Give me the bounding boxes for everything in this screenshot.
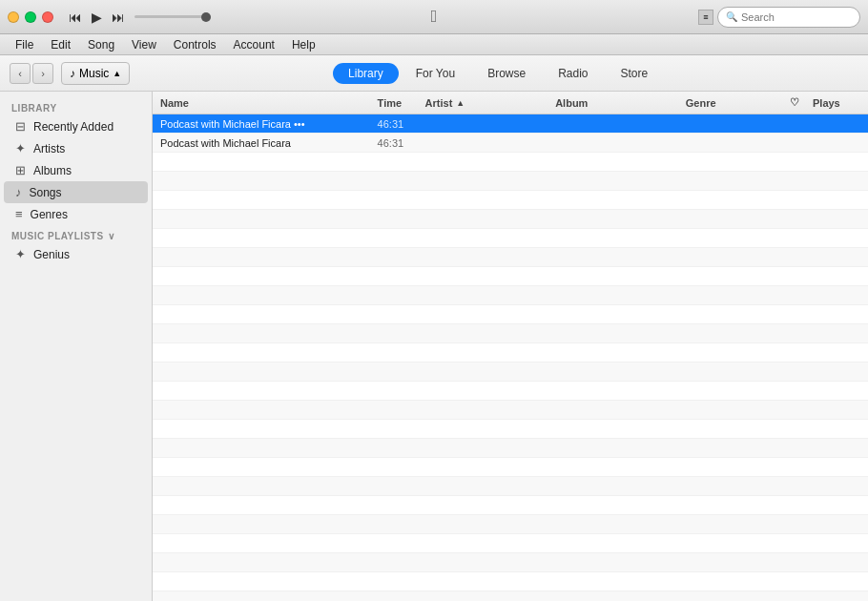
tab-radio[interactable]: Radio [543, 63, 603, 84]
menu-view[interactable]: View [124, 36, 164, 53]
sidebar-item-songs[interactable]: ♪ Songs [4, 181, 148, 203]
sidebar-item-albums[interactable]: ⊞ Albums [4, 159, 148, 181]
nav-tabs: Library For You Browse Radio Store [333, 63, 663, 84]
empty-row [153, 515, 868, 534]
main-area: Library ⊟ Recently Added ✦ Artists ⊞ Alb… [0, 92, 868, 601]
tab-store[interactable]: Store [606, 63, 664, 84]
library-label: Library [0, 99, 152, 115]
sidebar-item-genres[interactable]: ≡ Genres [4, 203, 148, 225]
tab-library[interactable]: Library [333, 63, 399, 84]
table-row[interactable]: Podcast with Michael Ficara 46:31 [153, 134, 868, 153]
table-rows: Podcast with Michael Ficara ••• 46:31 Po… [153, 114, 868, 601]
col-header-name[interactable]: Name [160, 97, 378, 109]
empty-row [153, 572, 868, 591]
forward-button[interactable]: › [32, 63, 53, 84]
menu-song[interactable]: Song [80, 36, 122, 53]
artists-label: Artists [33, 142, 65, 155]
nav-bar: ‹ › ♪ Music ▲ Library For You Browse Rad… [0, 55, 868, 92]
sort-arrow-icon: ▲ [456, 98, 465, 108]
col-header-genre[interactable]: Genre [686, 97, 790, 109]
restore-button[interactable] [25, 11, 36, 23]
empty-row [153, 382, 868, 401]
empty-row [153, 477, 868, 496]
col-header-plays[interactable]: Plays [813, 97, 860, 109]
menu-edit[interactable]: Edit [43, 36, 78, 53]
empty-row [153, 534, 868, 553]
back-button[interactable]: ‹ [10, 63, 31, 84]
songs-icon: ♪ [15, 185, 22, 199]
empty-row [153, 363, 868, 382]
empty-row [153, 153, 868, 172]
sidebar: Library ⊟ Recently Added ✦ Artists ⊞ Alb… [0, 92, 153, 601]
menu-account[interactable]: Account [226, 36, 282, 53]
menu-file[interactable]: File [8, 36, 41, 53]
empty-row [153, 305, 868, 324]
playlists-chevron-icon: ∨ [108, 231, 115, 241]
song-time: 46:31 [378, 118, 425, 130]
rewind-button[interactable]: ⏮ [69, 10, 82, 25]
music-label: Music [79, 67, 109, 80]
empty-row [153, 172, 868, 191]
albums-icon: ⊞ [15, 163, 26, 177]
genres-icon: ≡ [15, 207, 23, 221]
search-icon: 🔍 [726, 11, 737, 22]
music-playlists-header[interactable]: Music Playlists ∨ [0, 225, 152, 243]
playback-controls: ⏮ ▶ ⏭ [69, 10, 230, 25]
recently-added-label: Recently Added [33, 120, 114, 134]
menu-bar: File Edit Song View Controls Account Hel… [0, 34, 868, 55]
menu-help[interactable]: Help [284, 36, 323, 53]
title-bar: ⏮ ▶ ⏭  ≡ 🔍 [0, 0, 868, 34]
empty-row [153, 420, 868, 439]
col-header-heart: ♡ [790, 96, 813, 109]
menu-toggle-button[interactable]: ≡ [698, 10, 713, 25]
window-controls [8, 11, 53, 23]
sidebar-item-genius[interactable]: ✦ Genius [4, 243, 148, 265]
fastforward-button[interactable]: ⏭ [112, 10, 125, 25]
playlists-label: Music Playlists [11, 231, 104, 241]
minimize-button[interactable] [8, 11, 19, 23]
content-area: Name Time Artist ▲ Album Genre ♡ Plays [153, 92, 868, 601]
empty-row [153, 286, 868, 305]
dropdown-arrow-icon: ▲ [113, 69, 121, 78]
progress-bar[interactable] [134, 15, 230, 18]
empty-row [153, 229, 868, 248]
artists-icon: ✦ [15, 141, 26, 155]
empty-row [153, 439, 868, 458]
sidebar-item-artists[interactable]: ✦ Artists [4, 137, 148, 159]
tab-foryou[interactable]: For You [401, 63, 470, 84]
col-header-time[interactable]: Time [378, 97, 425, 109]
sidebar-item-recently-added[interactable]: ⊟ Recently Added [4, 115, 148, 137]
empty-row [153, 191, 868, 210]
music-dropdown[interactable]: ♪ Music ▲ [61, 62, 130, 85]
search-input[interactable] [741, 11, 846, 23]
song-name: Podcast with Michael Ficara [160, 137, 378, 149]
empty-row [153, 248, 868, 267]
tab-browse[interactable]: Browse [472, 63, 541, 84]
genius-icon: ✦ [15, 247, 26, 261]
search-box[interactable]: 🔍 [717, 7, 860, 28]
song-time: 46:31 [378, 137, 425, 149]
empty-row [153, 401, 868, 420]
table-header: Name Time Artist ▲ Album Genre ♡ Plays [153, 92, 868, 114]
close-button[interactable] [42, 11, 53, 23]
table-row[interactable]: Podcast with Michael Ficara ••• 46:31 [153, 114, 868, 134]
empty-row [153, 343, 868, 363]
empty-row [153, 496, 868, 515]
empty-row [153, 324, 868, 343]
genres-label: Genres [31, 208, 68, 221]
empty-row [153, 210, 868, 229]
empty-row [153, 267, 868, 286]
music-note-icon: ♪ [70, 67, 75, 80]
empty-row [153, 458, 868, 477]
genius-label: Genius [33, 248, 70, 261]
empty-row [153, 591, 868, 601]
albums-label: Albums [33, 164, 72, 177]
recently-added-icon: ⊟ [15, 119, 26, 134]
window-extra-buttons: ≡ 🔍 [698, 7, 860, 28]
menu-controls[interactable]: Controls [166, 36, 224, 53]
col-header-artist[interactable]: Artist ▲ [425, 97, 556, 109]
song-name: Podcast with Michael Ficara ••• [160, 118, 378, 130]
col-header-album[interactable]: Album [555, 97, 686, 109]
play-button[interactable]: ▶ [92, 10, 102, 25]
songs-label: Songs [30, 186, 62, 199]
